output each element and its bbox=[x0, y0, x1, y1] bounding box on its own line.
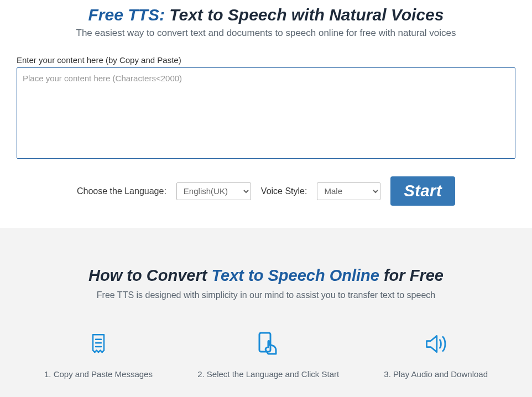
document-icon bbox=[85, 331, 112, 357]
step-item: 3. Play Audio and Download bbox=[384, 331, 488, 379]
step-label: 3. Play Audio and Download bbox=[384, 369, 488, 379]
howto-title-accent: Text to Speech Online bbox=[211, 267, 379, 284]
start-button[interactable]: Start bbox=[390, 176, 455, 206]
page-title: Free TTS: Text to Speech with Natural Vo… bbox=[17, 6, 515, 24]
tap-phone-icon bbox=[255, 331, 281, 357]
language-label: Choose the Language: bbox=[77, 186, 166, 196]
language-select[interactable]: English(UK) bbox=[176, 182, 251, 200]
howto-title-before: How to Convert bbox=[88, 267, 211, 284]
voice-style-label: Voice Style: bbox=[261, 186, 307, 196]
howto-title-after: for Free bbox=[379, 267, 444, 284]
speaker-icon bbox=[423, 331, 449, 357]
howto-subtitle: Free TTS is designed with simplicity in … bbox=[17, 290, 515, 300]
title-main: Text to Speech with Natural Voices bbox=[169, 6, 444, 24]
title-accent: Free TTS: bbox=[88, 6, 170, 24]
controls-row: Choose the Language: English(UK) Voice S… bbox=[17, 176, 515, 206]
step-label: 2. Select the Language and Click Start bbox=[197, 369, 339, 379]
page-subtitle: The easiest way to convert text and docu… bbox=[17, 28, 515, 39]
step-item: 2. Select the Language and Click Start bbox=[197, 331, 339, 379]
voice-style-select[interactable]: Male bbox=[317, 182, 380, 200]
textarea-label: Enter your content here (by Copy and Pas… bbox=[17, 55, 515, 65]
steps-row: 1. Copy and Paste Messages 2. Select the… bbox=[17, 331, 515, 379]
content-textarea[interactable] bbox=[17, 67, 515, 159]
howto-title: How to Convert Text to Speech Online for… bbox=[17, 267, 515, 285]
step-label: 1. Copy and Paste Messages bbox=[44, 369, 153, 379]
step-item: 1. Copy and Paste Messages bbox=[44, 331, 153, 379]
